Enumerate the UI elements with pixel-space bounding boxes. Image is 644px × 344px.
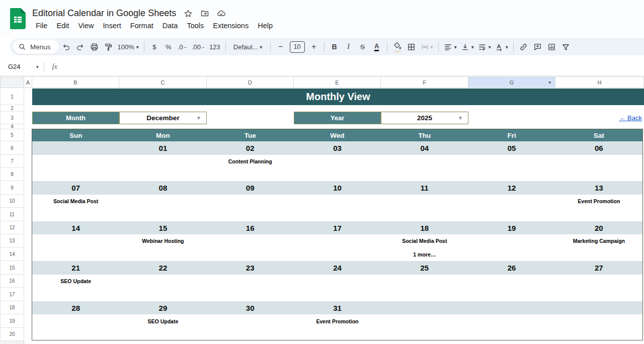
more-formats-button[interactable]: 123: [208, 40, 222, 54]
menu-extensions[interactable]: Extensions: [208, 21, 253, 31]
date-cell[interactable]: [32, 141, 119, 155]
event-cell[interactable]: Event Promotion: [294, 314, 381, 328]
sheets-logo-icon[interactable]: [10, 8, 26, 29]
fill-color-button[interactable]: [391, 40, 404, 54]
event-cell[interactable]: [555, 314, 642, 328]
date-cell[interactable]: 15: [119, 221, 206, 234]
month-dropdown[interactable]: December ▼: [119, 112, 207, 124]
event-cell[interactable]: Event Promotion: [555, 195, 642, 208]
day-header[interactable]: Thu: [381, 129, 468, 141]
more-cell[interactable]: [32, 247, 119, 261]
date-cell[interactable]: 25: [381, 261, 468, 275]
row-header[interactable]: 15: [0, 261, 24, 275]
row-header[interactable]: 7: [0, 155, 24, 168]
row-header[interactable]: 4: [0, 124, 24, 129]
date-cell[interactable]: 22: [119, 261, 206, 275]
date-cell[interactable]: 17: [294, 221, 381, 234]
paint-format-button[interactable]: [102, 40, 115, 54]
move-folder-icon[interactable]: [200, 9, 209, 18]
event-cell[interactable]: [468, 314, 555, 328]
row-header[interactable]: 1: [0, 89, 24, 105]
event-cell[interactable]: [119, 195, 206, 208]
date-cell[interactable]: 31: [294, 301, 381, 314]
event-cell[interactable]: [207, 195, 294, 208]
event-cell[interactable]: [381, 314, 468, 328]
zoom-select[interactable]: 100%: [116, 40, 140, 54]
redo-button[interactable]: [74, 40, 87, 54]
row-header[interactable]: 12: [0, 221, 24, 234]
year-dropdown[interactable]: 2025 ▼: [381, 112, 468, 124]
row-header[interactable]: 2: [0, 105, 24, 112]
menu-help[interactable]: Help: [253, 21, 277, 31]
vertical-align-button[interactable]: [459, 40, 475, 54]
create-filter-button[interactable]: [559, 40, 573, 54]
event-cell[interactable]: Social Media Post: [381, 234, 468, 247]
date-cell[interactable]: 02: [207, 141, 294, 155]
calendar-title-cell[interactable]: Monthly View: [32, 89, 644, 105]
event-cell[interactable]: SEO Update: [119, 314, 206, 328]
date-cell[interactable]: 01: [119, 141, 206, 155]
text-wrap-button[interactable]: [476, 40, 493, 54]
cloud-saved-icon[interactable]: [217, 9, 226, 18]
star-icon[interactable]: [184, 9, 193, 18]
date-cell[interactable]: 28: [32, 301, 119, 314]
row-header[interactable]: 19: [0, 314, 24, 328]
event-cell[interactable]: [119, 275, 206, 288]
row-header[interactable]: 13: [0, 234, 24, 247]
day-header[interactable]: Mon: [119, 129, 206, 141]
undo-button[interactable]: [60, 40, 73, 54]
increase-decimal-button[interactable]: .00: [190, 40, 207, 54]
date-cell[interactable]: 04: [381, 141, 468, 155]
more-cell[interactable]: 1 more…: [381, 247, 468, 261]
event-cell[interactable]: [555, 155, 642, 168]
event-cell[interactable]: [381, 155, 468, 168]
event-cell[interactable]: [119, 155, 206, 168]
event-cell[interactable]: [207, 314, 294, 328]
event-cell[interactable]: [555, 275, 642, 288]
date-cell[interactable]: 26: [468, 261, 555, 275]
event-cell[interactable]: [207, 275, 294, 288]
print-button[interactable]: [88, 40, 101, 54]
event-cell[interactable]: [294, 234, 381, 247]
italic-button[interactable]: I: [342, 40, 355, 54]
date-cell[interactable]: 19: [468, 221, 555, 234]
merge-cells-button[interactable]: [419, 40, 435, 54]
menus-search-button[interactable]: Menus: [13, 40, 59, 54]
text-rotation-button[interactable]: [494, 40, 510, 54]
insert-comment-button[interactable]: [531, 40, 544, 54]
day-header[interactable]: Tue: [207, 129, 294, 141]
currency-format-button[interactable]: $: [148, 40, 161, 54]
event-cell[interactable]: Marketing Campaign: [555, 234, 642, 247]
row-header[interactable]: 18: [0, 301, 24, 314]
row-header[interactable]: 9: [0, 181, 24, 195]
col-header-c[interactable]: C: [119, 76, 207, 88]
date-cell[interactable]: 30: [207, 301, 294, 314]
document-title[interactable]: Editorial Calendar in Google Sheets: [32, 8, 176, 19]
row-header[interactable]: 17: [0, 288, 24, 301]
menu-edit[interactable]: Edit: [52, 21, 73, 31]
event-cell[interactable]: [294, 155, 381, 168]
menu-tools[interactable]: Tools: [182, 21, 208, 31]
date-cell[interactable]: 03: [294, 141, 381, 155]
month-label-cell[interactable]: Month: [32, 112, 119, 124]
event-cell[interactable]: [294, 275, 381, 288]
date-cell[interactable]: 14: [32, 221, 119, 234]
more-cell[interactable]: [468, 247, 555, 261]
col-header-d[interactable]: D: [207, 76, 294, 88]
date-cell[interactable]: 16: [207, 221, 294, 234]
date-cell[interactable]: 18: [381, 221, 468, 234]
date-cell[interactable]: 09: [207, 181, 294, 195]
menu-view[interactable]: View: [73, 21, 98, 31]
insert-link-button[interactable]: [517, 40, 530, 54]
text-color-button[interactable]: A: [370, 40, 383, 54]
event-cell[interactable]: [468, 195, 555, 208]
event-cell[interactable]: SEO Update: [32, 275, 119, 288]
bold-button[interactable]: B: [328, 40, 341, 54]
event-cell[interactable]: [32, 155, 119, 168]
day-header[interactable]: Fri: [468, 129, 555, 141]
row-header[interactable]: 5: [0, 129, 24, 141]
day-header[interactable]: Sat: [555, 129, 642, 141]
date-cell[interactable]: 24: [294, 261, 381, 275]
name-box-caret-icon[interactable]: ▾: [36, 64, 39, 69]
date-cell[interactable]: [468, 301, 555, 314]
